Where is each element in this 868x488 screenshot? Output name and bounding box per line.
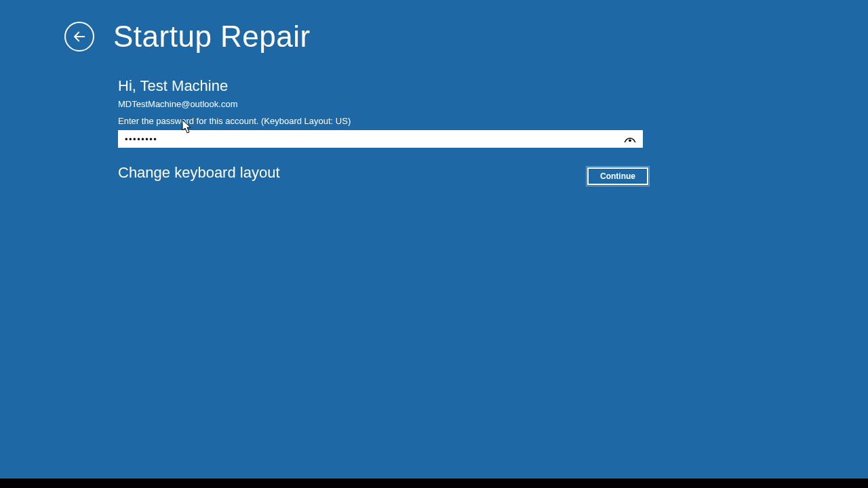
eye-icon (624, 134, 636, 144)
account-greeting: Hi, Test Machine (118, 77, 647, 95)
svg-point-1 (629, 139, 631, 142)
continue-button[interactable]: Continue (587, 167, 648, 185)
page-title: Startup Repair (113, 22, 311, 52)
account-email: MDTestMachine@outlook.com (118, 99, 647, 109)
password-input[interactable] (118, 130, 643, 148)
back-button[interactable] (64, 22, 94, 52)
change-keyboard-layout-link[interactable]: Change keyboard layout (118, 164, 280, 182)
arrow-left-icon (72, 29, 87, 44)
password-instruction: Enter the password for this account. (Ke… (118, 116, 647, 126)
reveal-password-button[interactable] (621, 130, 639, 148)
